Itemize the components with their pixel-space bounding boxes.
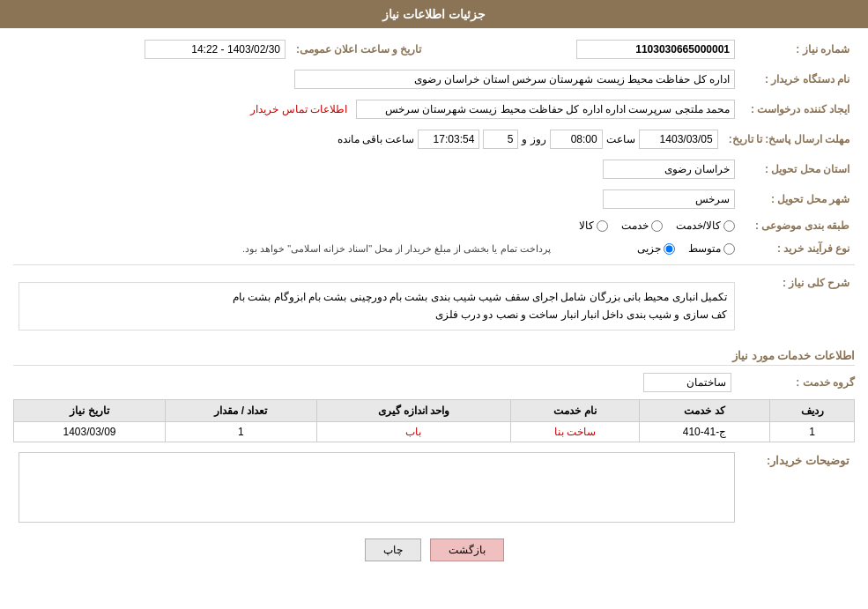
radio-kala-label: کالا — [579, 219, 594, 232]
radio-jazei[interactable]: جزیی — [637, 242, 675, 255]
radio-kala[interactable]: کالا — [579, 219, 608, 232]
td-date: 1403/03/09 — [14, 421, 166, 442]
mohlat-rooz-box: 5 — [483, 130, 518, 149]
sharh-line1: تکمیل انباری محیط بانی بزرگان شامل اجرای… — [26, 288, 727, 306]
tabaqe-radios: کالا/خدمت خدمت کالا — [13, 217, 740, 234]
page-header: جزئیات اطلاعات نیاز — [0, 0, 868, 28]
info-table-row1: شماره نیاز : 1103030665000001 تاریخ و سا… — [13, 37, 855, 62]
buttons-row: بازگشت چاپ — [13, 538, 855, 561]
th-name: نام خدمت — [511, 399, 640, 421]
mohlat-values: 1403/03/05 ساعت 08:00 روز و 5 17:03:54 س… — [13, 127, 723, 152]
tarikh-label: تاریخ و ساعت اعلان عمومی: — [291, 37, 430, 62]
print-button[interactable]: چاپ — [365, 538, 421, 561]
rooz-label: روز و — [522, 133, 545, 145]
divider1 — [13, 264, 855, 265]
radio-kala-input[interactable] — [597, 220, 608, 232]
buyer-notes-label: توضیحات خریدار: — [767, 454, 849, 467]
radio-khadamat-label: خدمت — [621, 219, 649, 232]
nooe-note: پرداخت تمام یا بخشی از مبلغ خریدار از مح… — [13, 240, 556, 257]
nam-dastgah-label: نام دستگاه خریدار : — [740, 67, 855, 92]
radio-motovaset[interactable]: متوسط — [688, 242, 735, 255]
buyer-notes-input[interactable] — [19, 452, 735, 523]
info-table-row4: مهلت ارسال پاسخ: تا تاریخ: 1403/03/05 سا… — [13, 127, 855, 152]
radio-khadamat-input[interactable] — [651, 220, 663, 232]
gorooh-label: گروه خدمت : — [740, 376, 855, 389]
ijad-konande-label: ایجاد کننده درخواست : — [740, 97, 855, 122]
back-button[interactable]: بازگشت — [430, 538, 504, 561]
td-unit[interactable]: باب — [316, 421, 510, 442]
header-title: جزئیات اطلاعات نیاز — [382, 7, 486, 21]
td-radif: 1 — [770, 421, 855, 442]
nooe-farayand-values: متوسط جزیی — [556, 240, 740, 257]
sharh-label: شرح کلی نیاز : — [740, 272, 855, 340]
th-radif: ردیف — [770, 399, 855, 421]
th-date: تاریخ نیاز — [14, 399, 166, 421]
buyer-notes-table: توضیحات خریدار: — [13, 449, 855, 525]
ostan-box: خراسان رضوی — [603, 160, 735, 179]
mohlat-date-box: 1403/03/05 — [639, 130, 718, 149]
sharh-content: تکمیل انباری محیط بانی بزرگان شامل اجرای… — [13, 272, 740, 340]
td-code: ج-41-410 — [639, 421, 769, 442]
buyer-notes-label-cell: توضیحات خریدار: — [740, 449, 855, 525]
radio-kala-khadamat-input[interactable] — [723, 220, 735, 232]
khadamat-section-title: اطلاعات خدمات مورد نیاز — [13, 349, 855, 366]
radio-kala-khadamat-label: کالا/خدمت — [676, 219, 721, 232]
tarikh-box: 1403/02/30 - 14:22 — [145, 40, 286, 59]
mohlat-baqi-box: 17:03:54 — [418, 130, 479, 149]
gorooh-value: ساختمان — [643, 373, 731, 392]
contact-link[interactable]: اطلاعات تماس خریدار — [250, 103, 347, 115]
ijad-konande-value: محمد ملتجی سرپرست اداره اداره کل حفاظت م… — [13, 97, 740, 122]
nooe-farayand-label: نوع فرآیند خرید : — [740, 240, 855, 257]
buyer-notes-td — [13, 449, 740, 525]
td-name[interactable]: ساخت بنا — [511, 421, 640, 442]
sharh-table: شرح کلی نیاز : تکمیل انباری محیط بانی بز… — [13, 272, 855, 340]
info-table-row8: نوع فرآیند خرید : متوسط جزیی پر — [13, 240, 855, 257]
info-table-row7: طبقه بندی موضوعی : کالا/خدمت خدمت — [13, 217, 855, 234]
sharh-box: تکمیل انباری محیط بانی بزرگان شامل اجرای… — [19, 282, 735, 330]
baqi-label: ساعت باقی مانده — [338, 133, 415, 145]
page-wrapper: جزئیات اطلاعات نیاز شماره نیاز : 1103030… — [0, 0, 868, 609]
ostan-value: خراسان رضوی — [107, 157, 740, 182]
info-table-row3: ایجاد کننده درخواست : محمد ملتجی سرپرست … — [13, 97, 855, 122]
tabaqe-label: طبقه بندی موضوعی : — [740, 217, 855, 234]
main-content: شماره نیاز : 1103030665000001 تاریخ و سا… — [0, 28, 868, 583]
th-unit: واحد اندازه گیری — [316, 399, 510, 421]
radio-jazei-label: جزیی — [637, 242, 661, 255]
shomara-value: 1103030665000001 — [430, 37, 740, 62]
radio-jazei-input[interactable] — [664, 243, 675, 255]
nam-dastgah-value: اداره کل حفاظت محیط زیست شهرستان سرخس اس… — [13, 67, 740, 92]
radio-motovaset-input[interactable] — [723, 243, 735, 255]
nam-dastgah-box: اداره کل حفاظت محیط زیست شهرستان سرخس اس… — [294, 70, 735, 89]
gorooh-row: گروه خدمت : ساختمان — [13, 373, 855, 392]
shahr-label: شهر محل تحویل : — [740, 187, 855, 212]
tarikh-value: 1403/02/30 - 14:22 — [13, 37, 291, 62]
ostan-label: استان محل تحویل : — [740, 157, 855, 182]
radio-kala-khadamat[interactable]: کالا/خدمت — [676, 219, 735, 232]
saat-label: ساعت — [606, 133, 635, 145]
th-count: تعداد / مقدار — [166, 399, 317, 421]
table-row: 1ج-41-410ساخت بناباب11403/03/09 — [14, 421, 855, 442]
service-table: ردیف کد خدمت نام خدمت واحد اندازه گیری ت… — [13, 399, 855, 442]
nooe-note-text: پرداخت تمام یا بخشی از مبلغ خریدار از مح… — [242, 243, 551, 254]
td-count: 1 — [166, 421, 317, 442]
mohlat-saat-box: 08:00 — [550, 130, 603, 149]
info-table-row6: شهر محل تحویل : سرخس — [13, 187, 855, 212]
shomara-box: 1103030665000001 — [576, 40, 735, 59]
mohlat-label: مهلت ارسال پاسخ: تا تاریخ: — [723, 127, 855, 152]
radio-motovaset-label: متوسط — [688, 242, 721, 255]
th-code: کد خدمت — [639, 399, 769, 421]
sharh-line2: کف سازی و شیب بندی داخل انبار انبار ساخت… — [26, 306, 727, 323]
info-table-row5: استان محل تحویل : خراسان رضوی — [13, 157, 855, 182]
shahr-box: سرخس — [603, 189, 735, 209]
ijad-konande-box: محمد ملتجی سرپرست اداره اداره کل حفاظت م… — [356, 100, 735, 119]
shomara-label: شماره نیاز : — [740, 37, 855, 62]
info-table-row2: نام دستگاه خریدار : اداره کل حفاظت محیط … — [13, 67, 855, 92]
shahr-value: سرخس — [107, 187, 740, 212]
radio-khadamat[interactable]: خدمت — [621, 219, 663, 232]
